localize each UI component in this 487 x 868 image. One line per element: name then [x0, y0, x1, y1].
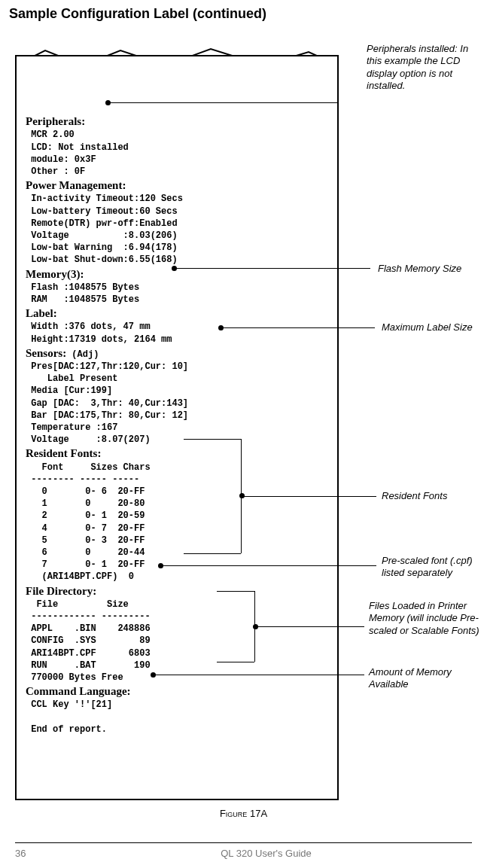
- line-shut: Low-bat Shut-down:6.55(168): [31, 254, 177, 265]
- font-row-4: 4 0- 7 20-FF: [26, 523, 145, 534]
- leader-line: [176, 268, 370, 269]
- line-width: Width :376 dots, 47 mm: [31, 321, 150, 332]
- line-inact: In-activity Timeout:120 Secs: [31, 193, 183, 204]
- config-label-printout: Peripherals: MCR 2.00 LCD: Not installed…: [15, 55, 339, 800]
- font-row-6: 6 0 20-44: [26, 547, 145, 558]
- line-other: Other : 0F: [31, 166, 85, 177]
- line-end: End of report.: [31, 724, 107, 735]
- filedir-divider: ------------ ---------: [26, 611, 151, 622]
- page-number: 36: [15, 848, 60, 859]
- font-row-2: 2 0- 1 20-59: [26, 510, 145, 521]
- figure-diagram: Peripherals: MCR 2.00 LCD: Not installed…: [9, 28, 476, 803]
- heading-filedir: File Directory:: [26, 585, 96, 597]
- fonts-header: Font Sizes Chars: [26, 462, 151, 473]
- annotation-flash: Flash Memory Size: [378, 263, 461, 275]
- leader-line: [223, 327, 375, 328]
- figure-caption: Figure 17A: [9, 808, 478, 819]
- filedir-header: File Size: [26, 599, 129, 610]
- caption-number: 17A: [247, 808, 267, 819]
- line-mcr: MCR 2.00: [31, 129, 75, 140]
- heading-label: Label:: [26, 307, 57, 319]
- caption-prefix: Figure: [220, 808, 247, 819]
- leader-line: [244, 496, 376, 497]
- line-module: module: 0x3F: [31, 154, 96, 165]
- font-row-0: 0 0- 6 20-FF: [26, 486, 145, 497]
- line-lp: Label Present: [31, 373, 117, 384]
- line-remote: Remote(DTR) pwr-off:Enabled: [31, 218, 177, 229]
- filedir-free: 770000 Bytes Free: [26, 672, 123, 683]
- annotation-peripherals: Peripherals installed: In this example t…: [367, 43, 483, 92]
- line-voltage: Voltage :8.03(206): [31, 230, 177, 241]
- line-ccl: CCL Key '!'[21]: [31, 699, 112, 710]
- annotation-maxlabel: Maximum Label Size: [382, 321, 473, 333]
- line-flash: Flash :1048575 Bytes: [31, 282, 139, 293]
- heading-fonts: Resident Fonts:: [26, 447, 101, 459]
- file-row-run: RUN .BAT 190: [26, 660, 151, 671]
- sensors-suffix: (Adj): [66, 349, 99, 360]
- report-content: Peripherals: MCR 2.00 LCD: Not installed…: [17, 56, 337, 757]
- leader-line: [155, 675, 364, 675]
- line-height: Height:17319 dots, 2164 mm: [31, 334, 172, 345]
- page-footer: 36 QL 320 User's Guide: [15, 842, 472, 859]
- heading-cmdlang: Command Language:: [26, 685, 131, 697]
- line-lowbat: Low-battery Timeout:60 Secs: [31, 206, 177, 217]
- annotation-cpf: Pre-scaled font (.cpf) listed separately: [382, 555, 487, 580]
- heading-peripherals: Peripherals:: [26, 115, 85, 127]
- annotation-resfonts: Resident Fonts: [382, 490, 447, 502]
- leader-line: [257, 626, 364, 627]
- leader-line: [163, 565, 376, 566]
- heading-power: Power Management:: [26, 179, 126, 191]
- bracket-arm: [217, 662, 254, 662]
- line-temp: Temperature :167: [31, 422, 117, 433]
- font-row-1: 1 0 20-80: [26, 498, 145, 509]
- line-bar: Bar [DAC:175,Thr: 80,Cur: 12]: [31, 410, 188, 421]
- line-ram: RAM :1048575 Bytes: [31, 294, 139, 305]
- fonts-divider: -------- ----- -----: [26, 474, 139, 485]
- line-media: Media [Cur:199]: [31, 385, 112, 396]
- line-volt: Voltage :8.07(207): [31, 434, 150, 445]
- line-warn: Low-bat Warning :6.94(178): [31, 242, 177, 253]
- file-row-ari: ARI14BPT.CPF 6803: [26, 648, 151, 659]
- bracket-arm: [217, 591, 254, 592]
- line-lcd: LCD: Not installed: [31, 142, 129, 153]
- font-cpf: (ARI14BPT.CPF) 0: [26, 571, 134, 582]
- bracket-arm: [184, 439, 241, 440]
- footer-title: QL 320 User's Guide: [60, 848, 472, 859]
- file-row-config: CONFIG .SYS 89: [26, 635, 151, 646]
- bracket-arm: [184, 553, 241, 554]
- annotation-memfree: Amount of Memory Available: [369, 666, 482, 691]
- heading-sensors: Sensors:: [26, 347, 66, 359]
- annotation-files: Files Loaded in Printer Memory (will inc…: [369, 600, 487, 637]
- font-row-7: 7 0- 1 20-FF: [26, 559, 145, 570]
- line-pres: Pres[DAC:127,Thr:120,Cur: 10]: [31, 361, 188, 372]
- heading-memory: Memory(3):: [26, 268, 84, 280]
- file-row-appl: APPL .BIN 248886: [26, 623, 151, 634]
- line-gap: Gap [DAC: 3,Thr: 40,Cur:143]: [31, 398, 188, 409]
- page-title: Sample Configuration Label (continued): [9, 6, 478, 22]
- leader-line: [110, 102, 337, 103]
- font-row-5: 5 0- 3 20-FF: [26, 535, 145, 546]
